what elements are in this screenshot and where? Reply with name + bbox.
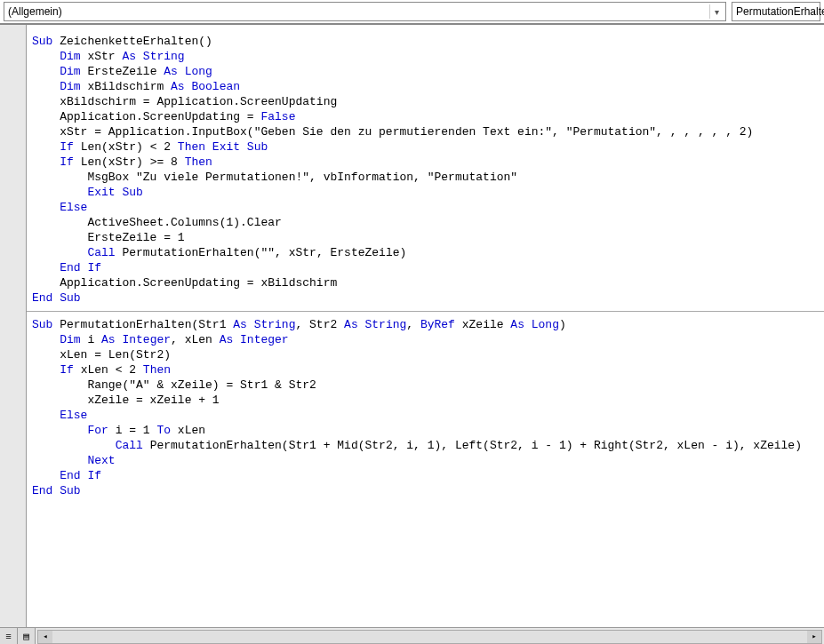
code-line: For i = 1 To xLen <box>32 423 819 438</box>
code-line: Range("A" & xZeile) = Str1 & Str2 <box>32 378 819 393</box>
full-module-view-button[interactable]: ▤ <box>18 628 36 644</box>
code-line: If xLen < 2 Then <box>32 362 819 378</box>
code-line: Next <box>32 453 819 468</box>
code-line: Else <box>32 200 819 215</box>
object-dropdown-value: (Allgemein) <box>8 5 62 18</box>
code-line: xStr = Application.InputBox("Geben Sie d… <box>32 124 819 139</box>
code-line: Dim i As Integer, xLen As Integer <box>32 332 819 347</box>
code-line: If Len(xStr) < 2 Then Exit Sub <box>32 139 819 155</box>
code-editor[interactable]: Sub ZeichenketteErhalten() Dim xStr As S… <box>27 25 824 627</box>
code-line: xBildschirm = Application.ScreenUpdating <box>32 94 819 109</box>
procedure-dropdown-value: PermutationErhalte <box>736 5 824 18</box>
bottom-bar: ≡ ▤ ◂ ▸ <box>0 627 824 644</box>
code-line: Application.ScreenUpdating = False <box>32 109 819 124</box>
procedure-dropdown[interactable]: PermutationErhalte <box>732 2 820 21</box>
code-line: Dim xBildschirm As Boolean <box>32 79 819 94</box>
code-line: Exit Sub <box>32 185 819 200</box>
scroll-left-arrow-icon[interactable]: ◂ <box>38 631 52 643</box>
code-line: End Sub <box>32 483 819 498</box>
code-line: End Sub <box>32 290 819 306</box>
view-buttons: ≡ ▤ <box>0 628 36 644</box>
code-line: If Len(xStr) >= 8 Then <box>32 155 819 170</box>
procedure-view-button[interactable]: ≡ <box>0 628 18 644</box>
code-line: ErsteZeile = 1 <box>32 230 819 245</box>
code-line: Sub ZeichenketteErhalten() <box>32 34 819 49</box>
code-line: Else <box>32 408 819 423</box>
procedure-separator <box>27 311 824 312</box>
code-line: MsgBox "Zu viele Permutationen!", vbInfo… <box>32 170 819 185</box>
code-line: Dim xStr As String <box>32 49 819 64</box>
scroll-right-arrow-icon[interactable]: ▸ <box>807 631 821 643</box>
dropdown-bar: (Allgemein) ▾ PermutationErhalte <box>0 0 824 24</box>
editor-wrap: Sub ZeichenketteErhalten() Dim xStr As S… <box>0 24 824 627</box>
code-line: Call PermutationErhalten(Str1 + Mid(Str2… <box>32 438 819 453</box>
horizontal-scrollbar[interactable]: ◂ ▸ <box>37 630 822 644</box>
chevron-down-icon: ▾ <box>709 4 724 19</box>
margin-indicator-bar <box>0 25 27 627</box>
code-line: Application.ScreenUpdating = xBildschirm <box>32 275 819 290</box>
object-dropdown[interactable]: (Allgemein) ▾ <box>4 2 726 21</box>
code-line: xLen = Len(Str2) <box>32 347 819 362</box>
code-line: xZeile = xZeile + 1 <box>32 393 819 408</box>
code-line: End If <box>32 468 819 483</box>
code-line: Dim ErsteZeile As Long <box>32 64 819 79</box>
code-line: End If <box>32 260 819 275</box>
code-line: Call PermutationErhalten("", xStr, Erste… <box>32 245 819 260</box>
code-line: ActiveSheet.Columns(1).Clear <box>32 215 819 230</box>
code-line: Sub PermutationErhalten(Str1 As String, … <box>32 317 819 332</box>
